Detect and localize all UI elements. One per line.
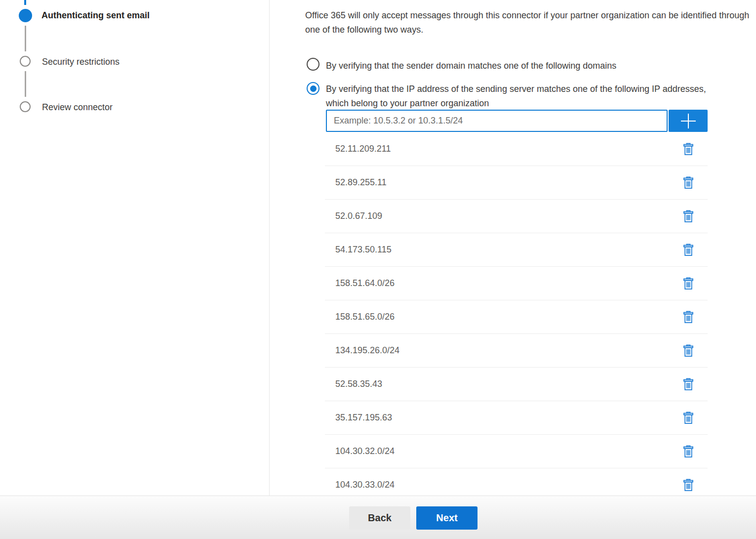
delete-ip-button[interactable] bbox=[682, 377, 695, 392]
trash-icon bbox=[683, 479, 694, 492]
step-upcoming-circle-icon bbox=[20, 56, 31, 67]
delete-ip-button[interactable] bbox=[682, 276, 695, 291]
ip-row: 52.0.67.109 bbox=[325, 200, 708, 233]
next-button[interactable]: Next bbox=[416, 506, 477, 530]
step-label: Review connector bbox=[42, 102, 113, 113]
ip-address: 52.11.209.211 bbox=[335, 144, 391, 154]
stepper-connector-line bbox=[25, 26, 26, 51]
authenticating-sent-email-panel: Office 365 will only accept messages thr… bbox=[270, 0, 756, 496]
trash-icon bbox=[683, 344, 694, 357]
ip-row: 52.89.255.11 bbox=[325, 166, 708, 200]
ip-row: 158.51.65.0/26 bbox=[325, 300, 708, 334]
back-button[interactable]: Back bbox=[349, 506, 410, 530]
delete-ip-button[interactable] bbox=[682, 310, 695, 325]
ip-row: 134.195.26.0/24 bbox=[325, 334, 708, 368]
connector-wizard-page: Authenticating sent email Security restr… bbox=[0, 0, 756, 539]
wizard-footer: Back Next bbox=[0, 496, 756, 539]
ip-address: 104.30.33.0/24 bbox=[335, 480, 395, 490]
ip-row: 54.173.50.115 bbox=[325, 233, 708, 267]
step-label: Authenticating sent email bbox=[41, 10, 150, 21]
trash-icon bbox=[683, 176, 694, 189]
plus-icon bbox=[680, 113, 697, 129]
trash-icon bbox=[683, 143, 694, 156]
trash-icon bbox=[683, 277, 694, 290]
trash-icon bbox=[683, 445, 694, 458]
radio-option-label[interactable]: By verifying that the IP address of the … bbox=[326, 82, 728, 110]
trash-icon bbox=[683, 210, 694, 223]
delete-ip-button[interactable] bbox=[682, 444, 695, 459]
wizard-stepper: Authenticating sent email Security restr… bbox=[0, 0, 270, 496]
delete-ip-button[interactable] bbox=[682, 478, 695, 493]
ip-address-input[interactable] bbox=[326, 110, 668, 132]
ip-row: 52.11.209.211 bbox=[325, 132, 708, 166]
delete-ip-button[interactable] bbox=[682, 243, 695, 257]
delete-ip-button[interactable] bbox=[682, 343, 695, 358]
ip-row: 52.58.35.43 bbox=[325, 368, 708, 401]
delete-ip-button[interactable] bbox=[682, 209, 695, 224]
ip-address: 54.173.50.115 bbox=[335, 245, 392, 255]
add-ip-button[interactable] bbox=[669, 110, 708, 132]
ip-row: 104.30.32.0/24 bbox=[325, 435, 708, 468]
trash-icon bbox=[683, 311, 694, 324]
radio-unselected-icon[interactable] bbox=[307, 58, 319, 71]
trash-icon bbox=[683, 412, 694, 424]
radio-option-label[interactable]: By verifying that the sender domain matc… bbox=[326, 59, 701, 73]
step-upcoming-circle-icon bbox=[20, 101, 31, 112]
ip-address: 52.58.35.43 bbox=[335, 379, 382, 389]
ip-row: 158.51.64.0/26 bbox=[325, 267, 708, 300]
ip-address: 52.89.255.11 bbox=[335, 177, 387, 188]
trash-icon bbox=[683, 378, 694, 391]
ip-address: 158.51.64.0/26 bbox=[335, 278, 395, 289]
stepper-line-previous bbox=[24, 0, 26, 5]
stepper-connector-line bbox=[25, 71, 26, 97]
step-current-dot-icon bbox=[19, 9, 32, 22]
ip-address: 158.51.65.0/26 bbox=[335, 312, 395, 322]
delete-ip-button[interactable] bbox=[682, 175, 695, 190]
intro-text: Office 365 will only accept messages thr… bbox=[305, 8, 756, 37]
ip-address-list: 52.11.209.211 52.89.255.11 bbox=[325, 132, 708, 496]
ip-address: 35.157.195.63 bbox=[335, 413, 392, 423]
radio-selected-icon[interactable] bbox=[307, 82, 319, 95]
ip-address: 134.195.26.0/24 bbox=[335, 345, 399, 356]
ip-address: 52.0.67.109 bbox=[335, 211, 382, 221]
delete-ip-button[interactable] bbox=[682, 142, 695, 157]
step-label: Security restrictions bbox=[42, 57, 119, 67]
trash-icon bbox=[683, 244, 694, 256]
delete-ip-button[interactable] bbox=[682, 411, 695, 425]
radio-dot-icon bbox=[310, 85, 317, 92]
ip-row: 104.30.33.0/24 bbox=[325, 468, 708, 496]
ip-row: 35.157.195.63 bbox=[325, 401, 708, 435]
ip-address: 104.30.32.0/24 bbox=[335, 446, 395, 456]
